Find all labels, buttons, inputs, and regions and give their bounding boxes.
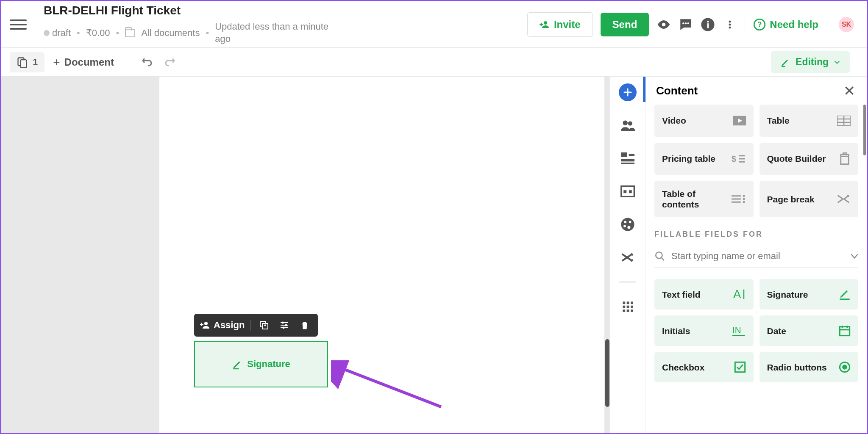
svg-point-35 — [627, 226, 630, 229]
content-block-table[interactable]: Table — [760, 105, 859, 137]
search-icon — [654, 251, 665, 262]
svg-point-1 — [662, 22, 666, 26]
svg-point-58 — [842, 365, 847, 370]
content-block-quote[interactable]: Quote Builder — [760, 143, 859, 175]
title-area: BLR-DELHI Flight Ticket draft • ₹0.00 • … — [44, 4, 527, 45]
person-add-icon — [200, 320, 210, 330]
svg-point-20 — [283, 327, 285, 329]
workflow-icon[interactable] — [619, 249, 637, 266]
field-radio[interactable]: Radio buttons — [760, 352, 859, 382]
field-initials[interactable]: Initials IN — [654, 315, 754, 346]
pages-icon — [17, 56, 28, 68]
svg-point-3 — [685, 22, 687, 24]
send-button[interactable]: Send — [601, 13, 649, 36]
field-date[interactable]: Date — [760, 315, 859, 346]
content-block-pagebreak[interactable]: Page break — [760, 181, 859, 217]
layout-icon[interactable] — [619, 182, 637, 200]
svg-rect-42 — [623, 310, 625, 312]
invite-button[interactable]: Invite — [527, 12, 593, 37]
svg-rect-43 — [627, 310, 629, 312]
svg-point-15 — [204, 322, 208, 325]
recipient-search[interactable] — [654, 247, 858, 268]
svg-rect-29 — [623, 190, 626, 193]
pagebreak-icon — [836, 194, 851, 205]
hamburger-menu-icon[interactable] — [10, 16, 27, 33]
svg-point-34 — [623, 225, 626, 227]
svg-point-2 — [683, 22, 684, 24]
preview-icon[interactable] — [657, 17, 671, 32]
svg-rect-40 — [627, 306, 629, 308]
redo-button[interactable] — [163, 55, 177, 69]
undo-button[interactable] — [140, 55, 154, 69]
svg-point-23 — [628, 122, 632, 126]
folder-label[interactable]: All documents — [141, 28, 200, 39]
svg-point-22 — [623, 120, 628, 125]
add-content-button[interactable] — [619, 83, 637, 101]
info-icon[interactable] — [701, 17, 715, 32]
editing-mode-chip[interactable]: Editing — [771, 51, 850, 73]
right-rail — [609, 77, 645, 433]
assign-button[interactable]: Assign — [200, 320, 251, 331]
svg-point-32 — [624, 221, 627, 224]
settings-icon[interactable] — [277, 318, 292, 332]
table-icon — [837, 116, 851, 126]
checkbox-icon — [734, 361, 746, 373]
scrollbar[interactable] — [605, 339, 609, 407]
pencil-icon — [780, 57, 790, 67]
pages-badge[interactable]: 1 — [10, 52, 45, 72]
content-block-toc[interactable]: Table of contents — [654, 181, 754, 217]
chevron-down-icon[interactable] — [851, 253, 858, 259]
recipients-icon[interactable] — [619, 116, 637, 134]
svg-rect-44 — [631, 310, 633, 312]
design-icon[interactable] — [619, 216, 637, 233]
person-add-icon — [540, 19, 550, 30]
signature-icon — [232, 359, 243, 370]
document-title[interactable]: BLR-DELHI Flight Ticket — [44, 4, 527, 17]
svg-rect-6 — [707, 23, 709, 28]
separator — [619, 282, 636, 282]
updated-label: Updated less than a minute ago — [215, 21, 342, 45]
comments-icon[interactable] — [679, 17, 693, 32]
delete-icon[interactable] — [298, 318, 312, 332]
recipient-search-input[interactable] — [671, 251, 845, 262]
plus-icon: + — [53, 55, 60, 69]
field-checkbox[interactable]: Checkbox — [654, 352, 754, 382]
svg-rect-24 — [621, 152, 627, 157]
panel-scrollbar[interactable] — [863, 105, 866, 155]
toc-icon — [732, 194, 746, 204]
status-label: draft — [52, 28, 71, 38]
svg-text:?: ? — [757, 20, 762, 28]
content-block-pricing[interactable]: Pricing table $ — [654, 143, 754, 175]
fillable-section-label: FILLABLE FIELDS FOR — [654, 230, 858, 239]
close-panel-icon[interactable] — [842, 83, 857, 98]
panel-title: Content — [656, 84, 698, 97]
svg-rect-27 — [621, 163, 634, 164]
apps-icon[interactable] — [619, 298, 637, 315]
field-text[interactable]: Text field A — [654, 279, 754, 310]
content-block-video[interactable]: Video — [654, 105, 754, 137]
content-panel: Content Video Table Pricing table $ — [645, 77, 867, 433]
svg-point-50 — [743, 201, 745, 203]
variables-icon[interactable] — [619, 149, 637, 167]
field-signature[interactable]: Signature — [760, 279, 859, 310]
svg-point-31 — [621, 218, 634, 231]
svg-point-4 — [687, 22, 689, 24]
duplicate-icon[interactable] — [257, 318, 271, 332]
help-link[interactable]: ? Need help — [745, 14, 827, 35]
more-icon[interactable] — [723, 17, 737, 32]
video-icon — [733, 116, 746, 126]
svg-point-8 — [729, 20, 731, 22]
status-dot-icon — [44, 30, 50, 36]
svg-rect-55 — [840, 327, 849, 336]
svg-point-9 — [729, 23, 731, 25]
add-document-button[interactable]: + Document — [53, 55, 114, 69]
pricing-icon: $ — [732, 154, 746, 164]
svg-text:A: A — [733, 288, 741, 300]
svg-point-33 — [629, 221, 632, 224]
svg-rect-38 — [631, 301, 633, 304]
signature-block[interactable]: Signature — [194, 341, 328, 387]
svg-point-52 — [656, 252, 662, 259]
user-avatar[interactable]: SK — [839, 17, 854, 32]
svg-rect-41 — [631, 306, 633, 308]
canvas[interactable]: Assign Signature — [1, 77, 609, 433]
